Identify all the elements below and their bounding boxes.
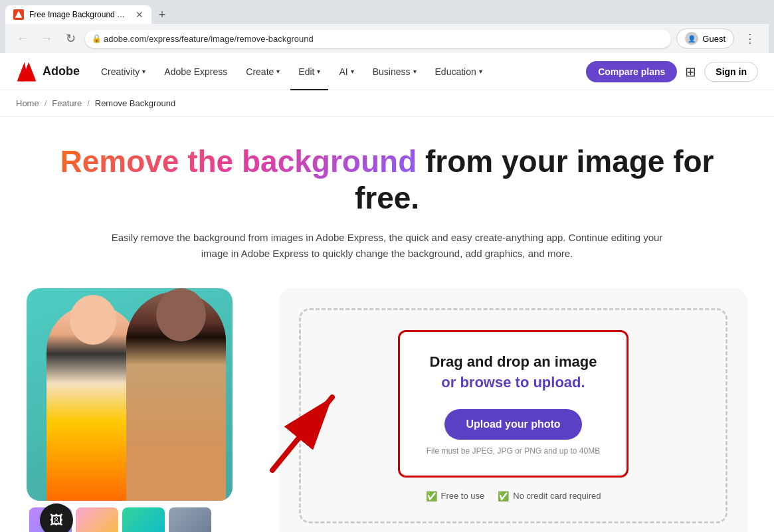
preview-side: 🖼 ☝	[27, 288, 252, 532]
nav-item-education[interactable]: Education ▾	[427, 53, 490, 90]
check-icon-1: ✅	[426, 491, 437, 501]
check-icon-2: ✅	[498, 491, 509, 501]
guest-profile-button[interactable]: 👤 Guest	[676, 29, 734, 48]
guest-label: Guest	[702, 34, 726, 44]
title-gradient: Remove the background	[60, 144, 417, 179]
adobe-logo-text: Adobe	[43, 64, 80, 78]
browse-link[interactable]: or browse to upload.	[441, 374, 585, 391]
compare-plans-button[interactable]: Compare plans	[586, 61, 677, 82]
benefit-free: ✅ Free to use	[426, 491, 485, 501]
chevron-down-icon: ▾	[479, 68, 482, 75]
nav-item-adobe-express[interactable]: Adobe Express	[156, 53, 235, 90]
photo-change-button[interactable]: 🖼	[40, 503, 73, 532]
active-tab[interactable]: Free Image Background Rem... ✕	[5, 5, 151, 24]
thumbnail-3[interactable]	[122, 507, 165, 532]
address-bar-wrap: 🔒	[85, 30, 671, 48]
refresh-button[interactable]: ↻	[61, 29, 80, 48]
chevron-down-icon: ▾	[317, 68, 320, 75]
svg-marker-0	[15, 11, 23, 18]
chevron-down-icon: ▾	[142, 68, 145, 75]
chevron-down-icon: ▾	[276, 68, 280, 75]
back-button[interactable]: ←	[13, 29, 32, 48]
main-nav: Creativity ▾ Adobe Express Create ▾ Edit…	[93, 53, 575, 90]
tab-title: Free Image Background Rem...	[29, 10, 130, 19]
header-right: Compare plans ⊞ Sign in	[586, 61, 758, 82]
nav-item-edit[interactable]: Edit ▾	[290, 53, 328, 90]
upload-section: 🖼 ☝	[27, 288, 747, 532]
svg-line-4	[272, 397, 332, 470]
benefits-bar: ✅ Free to use ✅ No credit card required	[426, 491, 601, 501]
head-2	[156, 288, 206, 341]
upload-box[interactable]: Drag and drop an image or browse to uplo…	[398, 330, 629, 478]
nav-item-business[interactable]: Business ▾	[365, 53, 425, 90]
adobe-logo-icon	[16, 61, 37, 82]
main-content: Remove the background from your image fo…	[0, 117, 774, 532]
chevron-down-icon: ▾	[351, 68, 354, 75]
sign-in-button[interactable]: Sign in	[704, 62, 758, 82]
preview-image	[27, 288, 233, 501]
head-1	[70, 295, 116, 345]
nav-item-creativity[interactable]: Creativity ▾	[93, 53, 153, 90]
red-arrow	[266, 371, 359, 477]
tab-favicon	[13, 9, 24, 20]
nav-item-create[interactable]: Create ▾	[238, 53, 288, 90]
breadcrumb-sep-1: /	[45, 98, 47, 108]
thumbnail-2[interactable]	[76, 507, 118, 532]
breadcrumb-home[interactable]: Home	[16, 98, 39, 108]
breadcrumb-current: Remove Background	[95, 98, 175, 108]
chevron-down-icon: ▾	[413, 68, 417, 75]
site-header: Adobe Creativity ▾ Adobe Express Create …	[0, 53, 774, 90]
tab-close-button[interactable]: ✕	[136, 9, 144, 20]
benefit-no-card: ✅ No credit card required	[498, 491, 601, 501]
page-title: Remove the background from your image fo…	[27, 143, 747, 217]
profile-icon: 👤	[685, 32, 698, 45]
drop-zone-container: Drag and drop an image or browse to uplo…	[279, 288, 747, 532]
adobe-logo[interactable]: Adobe	[16, 61, 80, 82]
browser-chrome: Free Image Background Rem... ✕ + ← → ↻ 🔒…	[0, 0, 774, 532]
breadcrumb-feature[interactable]: Feature	[52, 98, 82, 108]
breadcrumb: Home / Feature / Remove Background	[0, 90, 774, 117]
hero-subtitle: Easily remove the background from images…	[102, 230, 673, 262]
forward-button[interactable]: →	[37, 29, 56, 48]
upload-hint: File must be JPEG, JPG or PNG and up to …	[427, 446, 600, 456]
nav-item-ai[interactable]: AI ▾	[331, 53, 361, 90]
upload-photo-button[interactable]: Upload your photo	[444, 409, 581, 440]
browser-menu-button[interactable]: ⋮	[739, 28, 761, 49]
apps-grid-icon[interactable]: ⊞	[685, 64, 696, 80]
thumbnail-4[interactable]	[169, 507, 211, 532]
drop-zone[interactable]: Drag and drop an image or browse to uplo…	[299, 308, 727, 523]
new-tab-button[interactable]: +	[153, 5, 171, 24]
hero-section: Remove the background from your image fo…	[27, 143, 747, 262]
photo-icon: 🖼	[50, 513, 63, 528]
breadcrumb-sep-2: /	[87, 98, 90, 108]
lock-icon: 🔒	[92, 34, 102, 43]
address-bar[interactable]	[85, 30, 671, 48]
drag-drop-text: Drag and drop an image or browse to uplo…	[427, 352, 600, 393]
